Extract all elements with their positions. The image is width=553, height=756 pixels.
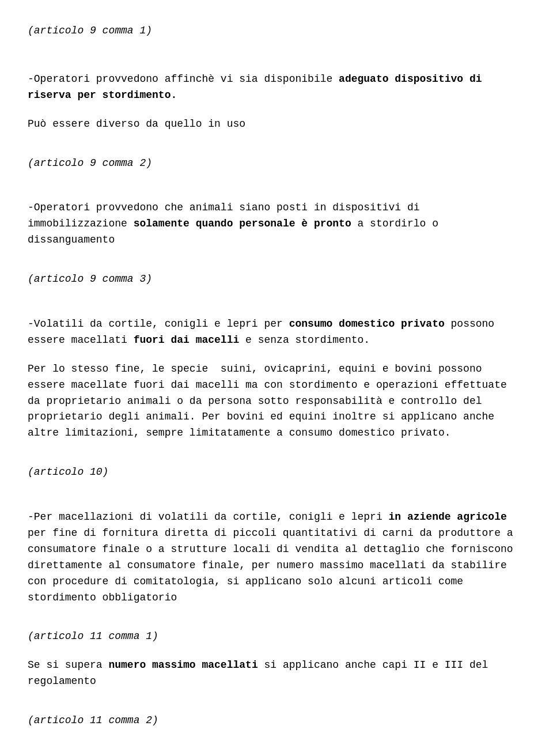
- art9c2-ref-text: (articolo 9 comma 2): [28, 156, 525, 172]
- art11c1-body-block: Se si supera numero massimo macellati si…: [28, 657, 525, 690]
- art9c3-body-block: -Volatili da cortile, conigli e lepri pe…: [28, 316, 525, 349]
- document-content: (articolo 9 comma 1) -Operatori provvedo…: [28, 23, 525, 729]
- art10-ref-text: (articolo 10): [28, 464, 525, 481]
- art9c2-body-block: -Operatori provvedono che animali siano …: [28, 200, 525, 248]
- art11c1-ref-text: (articolo 11 comma 1): [28, 629, 525, 645]
- art9c2-intro-block: Può essere diverso da quello in uso: [28, 116, 525, 133]
- art9c2-ref-block: (articolo 9 comma 2): [28, 156, 525, 172]
- art10-body-block: -Per macellazioni di volatili da cortile…: [28, 509, 525, 606]
- art9c3-ref-text: (articolo 9 comma 3): [28, 271, 525, 288]
- art10-ref-block: (articolo 10): [28, 464, 525, 481]
- art9c1-section: (articolo 9 comma 1): [28, 23, 525, 39]
- art9c2-intro-text: Può essere diverso da quello in uso: [28, 116, 525, 133]
- art9c1-body: -Operatori provvedono affinchè vi sia di…: [28, 71, 525, 104]
- art9c1-para: -Operatori provvedono affinchè vi sia di…: [28, 71, 525, 104]
- art10-bold1: in aziende agricole: [389, 511, 507, 523]
- art11c1-bold: numero massimo macellati: [108, 659, 257, 671]
- art11c1-ref-block: (articolo 11 comma 1): [28, 629, 525, 645]
- art10-para: -Per macellazioni di volatili da cortile…: [28, 509, 525, 606]
- art11c2-ref-text: (articolo 11 comma 2): [28, 713, 525, 729]
- art9c1-ref-text: (articolo 9 comma 1): [28, 25, 152, 36]
- art9c3-body2-block: Per lo stesso fine, le specie suini, ovi…: [28, 361, 525, 441]
- art9c3-bold1: consumo domestico privato: [289, 318, 445, 330]
- art9c3-para2: Per lo stesso fine, le specie suini, ovi…: [28, 361, 525, 441]
- art11c1-para: Se si supera numero massimo macellati si…: [28, 657, 525, 690]
- art9c1-bold: adeguato dispositivo di riserva per stor…: [28, 73, 482, 101]
- art9c2-para: -Operatori provvedono che animali siano …: [28, 200, 525, 248]
- art9c1-ref: (articolo 9 comma 1): [28, 23, 525, 39]
- art9c2-bold: solamente quando personale è pronto: [134, 218, 351, 229]
- art9c3-para1: -Volatili da cortile, conigli e lepri pe…: [28, 316, 525, 349]
- art11c2-ref-block: (articolo 11 comma 2): [28, 713, 525, 729]
- art9c3-bold2: fuori dai macelli: [134, 334, 240, 346]
- art9c3-ref-block: (articolo 9 comma 3): [28, 271, 525, 288]
